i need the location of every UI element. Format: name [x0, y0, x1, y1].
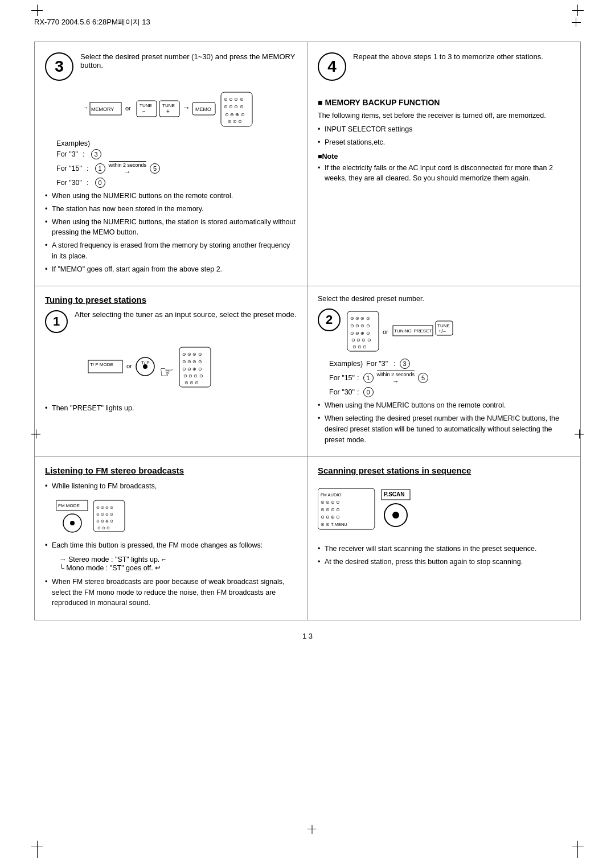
svg-text:−: −: [142, 108, 146, 114]
memory-backup-bullets: INPUT SELECTOR settings Preset stations,…: [318, 124, 570, 148]
mode-arrows: → Stereo mode : "ST" lights up. ⌐ └ Mono…: [59, 556, 297, 572]
svg-text:TUNE: TUNE: [162, 103, 175, 108]
svg-text:⊙ ⊙ ⊙ ⊙: ⊙ ⊙ ⊙ ⊙: [96, 512, 113, 516]
svg-text:→: →: [83, 104, 88, 110]
tuning-step2-panel: Select the desired preset number. 2 ⊙ ⊙ …: [308, 286, 580, 456]
svg-text:⊙ ⊙ ⊙ ⊙: ⊙ ⊙ ⊙ ⊙: [350, 323, 370, 328]
svg-text:FM MODE: FM MODE: [58, 503, 80, 508]
svg-text:⊙ ⊙ ⊙: ⊙ ⊙ ⊙: [184, 380, 199, 385]
svg-text:⊙ ⊙ ⊙ ⊙: ⊙ ⊙ ⊙ ⊙: [351, 338, 371, 343]
memory-backup-note: If the electricity fails or the AC input…: [318, 163, 570, 184]
svg-text:or: or: [383, 328, 388, 335]
svg-point-46: [70, 521, 75, 525]
step3-bullet-3: When using the NUMERIC buttons, the stat…: [45, 217, 297, 238]
svg-text:⊙ ⊙ ⊙ ⊙: ⊙ ⊙ ⊙ ⊙: [96, 505, 113, 509]
example-label: Examples): [56, 139, 297, 147]
step4-panel: 4 Repeat the above steps 1 to 3 to memor…: [308, 42, 580, 286]
svg-text:MEMORY: MEMORY: [91, 106, 114, 112]
memory-backup-section: MEMORY BACKUP FUNCTION The following ite…: [318, 98, 570, 184]
step3-circle: 3: [45, 52, 73, 81]
svg-text:⊙ ⊙ ⊙ ⊙: ⊙ ⊙ ⊙ ⊙: [183, 373, 203, 379]
svg-text:⊙ ⊙ ⊙ ⊙: ⊙ ⊙ ⊙ ⊙: [350, 316, 370, 321]
scanning-diagram: FM AUDIO ⊙ ⊙ ⊙ ⊙ ⊙ ⊙ ⊙ ⊙ ⊙ ⊖ ⊕ ⊙ ⊙ ⊙ T-M…: [318, 484, 570, 535]
tuning-step1-bullets: Then "PRESET" lights up.: [45, 403, 297, 414]
page-header: RX-770 2004.5.6 6:28PM페이지 13: [34, 17, 581, 30]
page-number: 1 3: [34, 632, 581, 640]
svg-text:TUNE: TUNE: [140, 103, 152, 108]
svg-text:FM AUDIO: FM AUDIO: [321, 492, 341, 497]
example-for3: For "3" : 3: [56, 149, 297, 159]
step3-bullets: When using the NUMERIC buttons on the re…: [45, 191, 297, 274]
note-text: If the electricity fails or the AC input…: [318, 163, 570, 184]
tuning-section-title: Tuning to preset stations: [45, 295, 297, 305]
fm-stereo-title: Listening to FM stereo broadcasts: [45, 466, 297, 475]
num-3-circle: 3: [91, 149, 101, 159]
svg-text:⊙ ⊖ ⊕ ⊙: ⊙ ⊖ ⊕ ⊙: [182, 367, 202, 372]
preset-lights: Then "PRESET" lights up.: [45, 403, 297, 414]
tuning-step2-diagram: ⊙ ⊙ ⊙ ⊙ ⊙ ⊙ ⊙ ⊙ ⊙ ⊖ ⊕ ⊙ ⊙ ⊙ ⊙ ⊙ ⊙ ⊙ ⊙ or…: [347, 308, 570, 356]
svg-text:or: or: [125, 105, 131, 112]
step3-examples: Examples) For "3" : 3 For "15" : 1 withi…: [56, 139, 297, 188]
svg-text:⊙ ⊙ ⊙ ⊙: ⊙ ⊙ ⊙ ⊙: [224, 97, 244, 102]
svg-text:⊙ ⊖ ⊕ ⊙: ⊙ ⊖ ⊕ ⊙: [321, 515, 340, 520]
tuning-step1-text: After selecting the tuner as an input so…: [75, 310, 297, 319]
example-for15: For "15" : 1 within 2 seconds → 5: [56, 161, 297, 176]
svg-text:T/ P MODE: T/ P MODE: [90, 362, 113, 367]
page: RX-770 2004.5.6 6:28PM페이지 13 3 Select th…: [0, 0, 615, 868]
header-text: RX-770 2004.5.6 6:28PM페이지 13: [34, 17, 150, 27]
step2-desc: Select the desired preset number.: [318, 295, 570, 303]
num-5-circle: 5: [150, 163, 160, 174]
step2-examples: Examples) For "3" : 3 For "15" : 1 withi…: [329, 359, 570, 397]
t2-num-5: 5: [418, 373, 428, 383]
bottom-section: Listening to FM stereo broadcasts While …: [35, 457, 580, 620]
step3-header: 3 Select the desired preset number (1~30…: [45, 52, 297, 81]
t2-num-1: 1: [363, 373, 374, 383]
svg-text:or: or: [126, 363, 132, 369]
svg-text:⊙ ⊖ ⊕ ⊙: ⊙ ⊖ ⊕ ⊙: [225, 112, 245, 117]
svg-text:MEMO: MEMO: [195, 106, 211, 112]
corner-mark-bl-v: [37, 841, 38, 858]
svg-text:⊙ ⊙ ⊙: ⊙ ⊙ ⊙: [97, 526, 110, 530]
svg-text:⊙ ⊙ ⊙ ⊙: ⊙ ⊙ ⊙ ⊙: [321, 507, 340, 512]
corner-mark-tr-v: [577, 5, 578, 16]
tuning-step1-header: 1 After selecting the tuner as an input …: [45, 310, 297, 333]
tuning-step1-panel: Tuning to preset stations 1 After select…: [35, 286, 308, 456]
step3-bullet-5: If "MEMO" goes off, start again from the…: [45, 264, 297, 275]
scanning-bullets: The receiver will start scanning the sta…: [318, 544, 570, 567]
step3-bullet-2: The station has now been stored in the m…: [45, 204, 297, 215]
tuning-step1-circle: 1: [45, 310, 68, 333]
step2-bullet-2: When selecting the desired preset number…: [318, 413, 570, 445]
t2-num-0: 0: [363, 387, 374, 397]
example-for30: For "30" : 0: [56, 178, 297, 188]
step4-header: 4 Repeat the above steps 1 to 3 to memor…: [318, 52, 570, 81]
svg-text:⊙ ⊙ ⊙ ⊙: ⊙ ⊙ ⊙ ⊙: [224, 104, 244, 109]
svg-point-23: [143, 364, 147, 369]
corner-mark-tl-v: [37, 5, 38, 16]
memory-backup-title: MEMORY BACKUP FUNCTION: [318, 98, 570, 107]
svg-point-61: [392, 512, 399, 519]
top-section: 3 Select the desired preset number (1~30…: [35, 42, 580, 286]
bottom-crosshair: [308, 825, 308, 834]
svg-text:⊙ ⊙ ⊙ ⊙: ⊙ ⊙ ⊙ ⊙: [321, 500, 340, 505]
memory-backup-desc: The following items, set before the rece…: [318, 112, 570, 120]
main-content-area: 3 Select the desired preset number (1~30…: [34, 42, 581, 620]
svg-text:⊙ ⊙ ⊙ ⊙: ⊙ ⊙ ⊙ ⊙: [182, 359, 202, 364]
fm-bullet-3: When FM stereo broadcasts are poor becau…: [45, 577, 297, 608]
step3-bullet-4: A stored frequency is erased from the me…: [45, 240, 297, 262]
fm-stereo-panel: Listening to FM stereo broadcasts While …: [35, 457, 308, 620]
scanning-bullet-2: At the desired station, press this butto…: [318, 557, 570, 567]
svg-text:P.SCAN: P.SCAN: [384, 491, 405, 497]
memory-backup-bullet-2: Preset stations,etc.: [318, 137, 570, 148]
step2-bullets: When using the NUMERIC buttons on the re…: [318, 400, 570, 445]
svg-text:⊙ ⊙ ⊙ ⊙: ⊙ ⊙ ⊙ ⊙: [182, 352, 202, 357]
memory-backup-bullet-1: INPUT SELECTOR settings: [318, 124, 570, 135]
svg-text:⊙ ⊙ ⊙: ⊙ ⊙ ⊙: [228, 119, 242, 124]
t2-num-3: 3: [400, 359, 410, 369]
corner-mark-br-h: [572, 846, 584, 846]
svg-text:⊙ ⊙ T-MENU: ⊙ ⊙ T-MENU: [321, 522, 347, 527]
corner-mark-tr-h: [572, 10, 584, 11]
step3-bullet-1: When using the NUMERIC buttons on the re…: [45, 191, 297, 201]
fm-mode-diagram: FM MODE ⊙ ⊙ ⊙ ⊙ ⊙ ⊙ ⊙ ⊙ ⊙ ⊖ ⊕ ⊙ ⊙ ⊙ ⊙: [56, 497, 297, 534]
fm-bullet-1: While listening to FM broadcasts,: [45, 481, 297, 492]
svg-text:→: →: [182, 103, 190, 112]
